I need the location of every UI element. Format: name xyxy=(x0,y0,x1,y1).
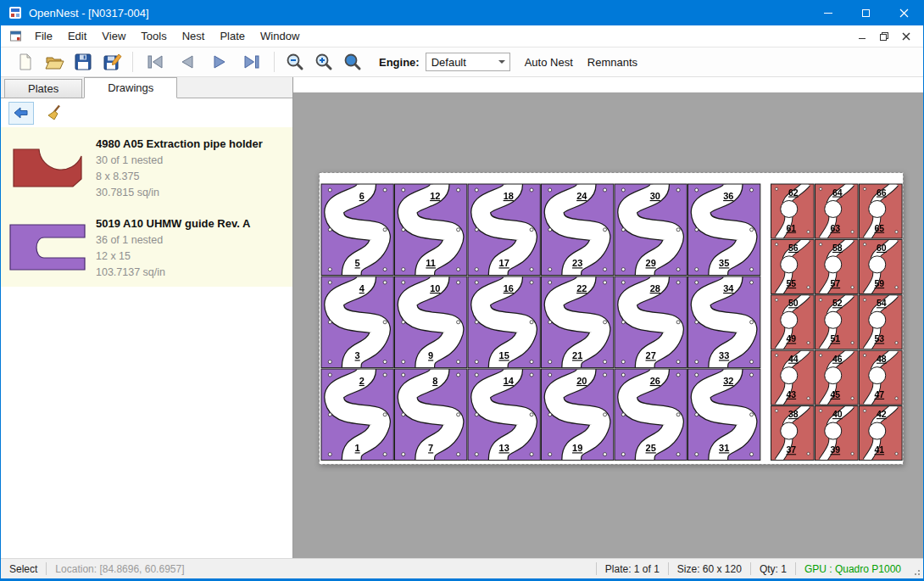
minimize-button[interactable] xyxy=(809,0,847,25)
engine-label: Engine: xyxy=(379,56,420,69)
svg-text:40: 40 xyxy=(832,409,843,419)
menu-items: FileEditViewToolsNestPlateWindow xyxy=(27,26,307,46)
mdi-close-button[interactable] xyxy=(898,29,915,44)
tab-plates[interactable]: Plates xyxy=(4,79,82,98)
svg-text:18: 18 xyxy=(504,191,514,201)
menubar: FileEditViewToolsNestPlateWindow xyxy=(1,25,923,47)
svg-text:11: 11 xyxy=(426,258,436,268)
plate[interactable]: 6512111817242330293635431091615222128273… xyxy=(319,172,904,465)
drawing-nested: 36 of 1 nested xyxy=(96,232,250,249)
clean-button[interactable] xyxy=(42,102,68,125)
part-thumbnail xyxy=(6,133,89,201)
close-button[interactable] xyxy=(885,0,923,25)
svg-text:28: 28 xyxy=(650,283,660,293)
auto-nest-button[interactable]: Auto Nest xyxy=(525,56,573,69)
previous-plate-button[interactable] xyxy=(171,49,203,75)
remnants-button[interactable]: Remnants xyxy=(587,56,637,69)
svg-text:53: 53 xyxy=(874,333,884,344)
mdi-restore-button[interactable] xyxy=(876,29,893,44)
svg-text:65: 65 xyxy=(874,223,884,233)
drawing-item-text: 5019 A10 UHMW guide Rev. A 36 of 1 neste… xyxy=(89,213,250,281)
drawing-size: 12 x 15 xyxy=(96,249,250,265)
status-size: Size: 60 x 120 xyxy=(669,563,750,575)
resize-grip[interactable] xyxy=(910,559,923,578)
menu-item-window[interactable]: Window xyxy=(253,26,307,46)
menu-item-plate[interactable]: Plate xyxy=(212,26,253,46)
maximize-icon xyxy=(862,9,870,17)
svg-text:12: 12 xyxy=(430,191,440,201)
save-as-button[interactable] xyxy=(97,49,126,75)
left-panel: Plates Drawings 4980 A05 Extraction pip xyxy=(1,77,293,558)
nest-canvas[interactable]: 6512111817242330293635431091615222128273… xyxy=(293,77,923,558)
drawing-title: 5019 A10 UHMW guide Rev. A xyxy=(96,213,250,232)
save-button[interactable] xyxy=(69,49,97,75)
plate-svg[interactable]: 6512111817242330293635431091615222128273… xyxy=(319,172,904,465)
svg-text:38: 38 xyxy=(788,409,799,419)
menu-item-view[interactable]: View xyxy=(94,26,133,46)
menu-item-edit[interactable]: Edit xyxy=(60,26,94,46)
app-window: OpenNest - [N0317-004] FileEditViewTools… xyxy=(0,0,924,581)
drawing-area: 30.7815 sq/in xyxy=(96,185,263,201)
svg-text:13: 13 xyxy=(499,443,509,453)
menu-item-nest[interactable]: Nest xyxy=(175,26,213,46)
zoom-in-button[interactable] xyxy=(309,49,338,75)
svg-text:63: 63 xyxy=(830,223,840,233)
svg-text:4: 4 xyxy=(359,283,365,293)
svg-text:43: 43 xyxy=(786,389,796,399)
svg-text:41: 41 xyxy=(874,444,884,455)
svg-text:7: 7 xyxy=(428,443,433,453)
nav-next-icon xyxy=(209,53,230,71)
new-file-icon xyxy=(15,52,36,72)
status-plate: Plate: 1 of 1 xyxy=(597,563,668,575)
svg-text:57: 57 xyxy=(830,278,840,288)
svg-text:16: 16 xyxy=(504,283,514,293)
svg-text:23: 23 xyxy=(572,258,582,268)
svg-text:32: 32 xyxy=(723,376,733,386)
svg-text:52: 52 xyxy=(832,298,843,308)
status-gpu: GPU : Quadro P1000 xyxy=(796,563,910,575)
zoom-out-icon xyxy=(285,52,305,72)
drawing-item[interactable]: 4980 A05 Extraction pipe holder 30 of 1 … xyxy=(1,127,292,207)
svg-text:1: 1 xyxy=(355,443,360,453)
svg-text:55: 55 xyxy=(786,278,796,288)
import-button[interactable] xyxy=(8,102,34,125)
svg-text:54: 54 xyxy=(877,298,887,308)
toolbar-separator xyxy=(274,52,275,72)
svg-text:26: 26 xyxy=(650,376,660,386)
engine-value: Default xyxy=(426,56,494,69)
svg-text:42: 42 xyxy=(877,409,887,419)
close-icon xyxy=(899,8,909,18)
svg-text:15: 15 xyxy=(499,350,509,360)
menu-item-file[interactable]: File xyxy=(27,26,60,46)
status-right-group: Plate: 1 of 1 Size: 60 x 120 Qty: 1 GPU … xyxy=(596,559,923,578)
zoom-in-icon xyxy=(314,52,334,72)
engine-combobox[interactable]: Default xyxy=(426,53,510,71)
nav-last-icon xyxy=(242,53,262,71)
svg-text:5: 5 xyxy=(355,258,360,268)
first-plate-button[interactable] xyxy=(139,49,171,75)
tab-drawings[interactable]: Drawings xyxy=(84,77,177,98)
status-mode: Select xyxy=(1,563,46,575)
panel-toolbar xyxy=(1,98,292,127)
mdi-minimize-button[interactable] xyxy=(854,29,871,44)
maximize-button[interactable] xyxy=(847,0,885,25)
drawing-size: 8 x 8.375 xyxy=(96,169,263,185)
menu-item-tools[interactable]: Tools xyxy=(133,26,174,46)
zoom-out-button[interactable] xyxy=(281,49,309,75)
svg-text:45: 45 xyxy=(830,389,840,399)
svg-text:62: 62 xyxy=(788,187,799,198)
open-button[interactable] xyxy=(40,49,69,75)
document-icon xyxy=(9,30,22,42)
last-plate-button[interactable] xyxy=(236,49,268,75)
import-icon xyxy=(13,105,30,120)
drawing-item[interactable]: 5019 A10 UHMW guide Rev. A 36 of 1 neste… xyxy=(1,207,292,287)
svg-text:27: 27 xyxy=(646,350,656,360)
svg-text:56: 56 xyxy=(788,243,799,253)
new-button[interactable] xyxy=(11,49,40,75)
window-title: OpenNest - [N0317-004] xyxy=(29,7,149,20)
svg-text:48: 48 xyxy=(877,354,887,364)
zoom-fit-button[interactable] xyxy=(338,49,367,75)
next-plate-button[interactable] xyxy=(203,49,236,75)
svg-text:47: 47 xyxy=(874,389,884,399)
mdi-controls xyxy=(854,29,923,44)
